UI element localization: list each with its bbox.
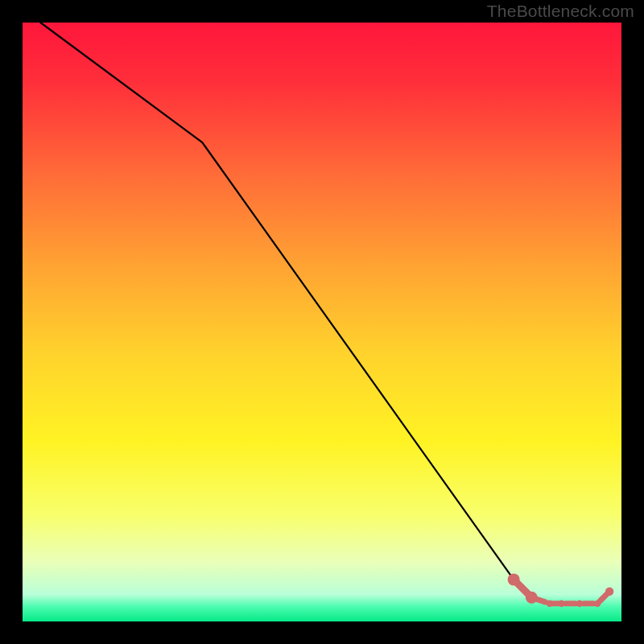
watermark-text: TheBottleneck.com — [487, 2, 634, 21]
chart-stage: TheBottleneck.com — [0, 0, 644, 644]
marker-dot — [528, 594, 535, 601]
marker-dash — [536, 599, 545, 602]
marker-dot — [508, 573, 520, 585]
marker-dot — [576, 601, 583, 607]
marker-dot — [547, 601, 553, 607]
marker-dot — [594, 601, 601, 607]
marker-dot — [605, 588, 613, 596]
marker-dot — [558, 601, 564, 607]
bottleneck-chart — [0, 0, 644, 644]
plot-background — [23, 23, 621, 621]
